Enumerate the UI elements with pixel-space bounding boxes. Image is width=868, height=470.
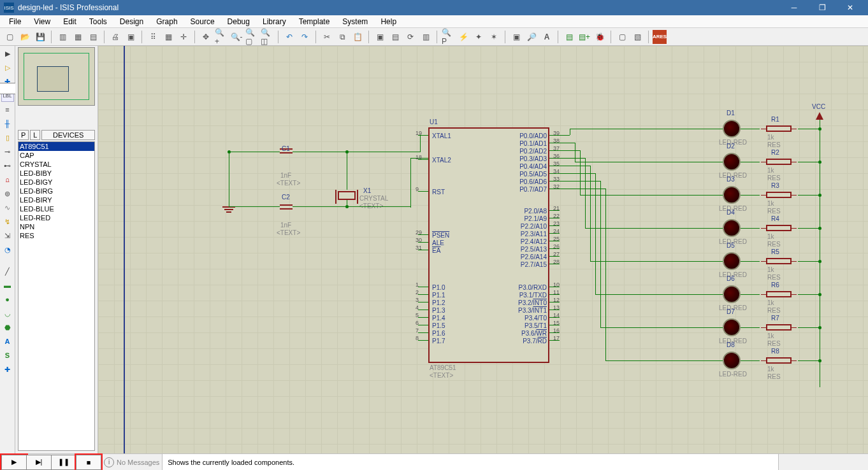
zoom-out-icon[interactable]: 🔍-: [229, 30, 243, 44]
pan-icon[interactable]: ✥: [199, 30, 213, 44]
resistor[interactable]: [766, 192, 792, 198]
resistor[interactable]: [766, 225, 792, 231]
print-icon[interactable]: 🖨: [108, 30, 122, 44]
play-button[interactable]: ▶: [1, 455, 27, 470]
wire-tool-icon[interactable]: ⚡: [456, 30, 470, 44]
device-item[interactable]: NPN: [18, 222, 94, 231]
device-item[interactable]: AT89C51: [18, 142, 94, 151]
led[interactable]: [723, 252, 741, 270]
bus-mode-icon[interactable]: ╫: [1, 117, 14, 130]
report-green-icon[interactable]: ▤: [562, 30, 576, 44]
block-delete-icon[interactable]: ▥: [419, 30, 433, 44]
led[interactable]: [723, 318, 741, 336]
led[interactable]: [723, 219, 741, 237]
grid-dots-icon[interactable]: ⠿: [146, 30, 160, 44]
device-item[interactable]: LED-BIRY: [18, 196, 94, 204]
menu-file[interactable]: File: [3, 16, 27, 27]
path-2d-icon[interactable]: ⬣: [1, 321, 14, 334]
menu-view[interactable]: View: [27, 16, 57, 27]
graph-mode-icon[interactable]: ⩍: [1, 173, 14, 186]
redo-icon[interactable]: ↷: [298, 30, 312, 44]
led[interactable]: [723, 153, 741, 171]
new-file-icon[interactable]: ▢: [3, 30, 17, 44]
led[interactable]: [723, 120, 741, 138]
undo-icon[interactable]: ↶: [282, 30, 296, 44]
ares-icon[interactable]: ARES: [653, 30, 667, 44]
device-item[interactable]: CRYSTAL: [18, 160, 94, 169]
current-probe-icon[interactable]: ⇲: [1, 229, 14, 242]
resistor[interactable]: [766, 159, 792, 165]
box-2d-icon[interactable]: ▬: [1, 279, 14, 292]
resistor[interactable]: [766, 324, 792, 331]
menu-system[interactable]: System: [336, 16, 374, 27]
symbol-2d-icon[interactable]: S: [1, 349, 14, 362]
crystal-x1[interactable]: [338, 191, 356, 200]
instrument-icon[interactable]: ◔: [1, 243, 14, 256]
zoom-fit-icon[interactable]: 🔍▢: [245, 30, 259, 44]
block-copy-icon[interactable]: ▣: [373, 30, 387, 44]
save-icon[interactable]: 💾: [33, 30, 47, 44]
report-add-icon[interactable]: ▤+: [577, 30, 591, 44]
step-button[interactable]: ▶|: [26, 455, 52, 470]
resistor[interactable]: [766, 258, 792, 264]
print-area-icon[interactable]: ▣: [124, 30, 138, 44]
stop-button[interactable]: ■: [76, 455, 101, 470]
marker-2d-icon[interactable]: ✚: [1, 363, 14, 376]
menu-design[interactable]: Design: [113, 16, 150, 27]
section-icon[interactable]: ▥: [55, 30, 69, 44]
block-rotate-icon[interactable]: ⟳: [403, 30, 417, 44]
led[interactable]: [723, 186, 741, 204]
text-2d-icon[interactable]: A: [1, 335, 14, 348]
device-item[interactable]: LED-RED: [18, 213, 94, 222]
bug-icon[interactable]: 🐞: [593, 30, 607, 44]
selection-mode-icon[interactable]: ▶: [1, 47, 14, 60]
grid-lines-icon[interactable]: ▦: [161, 30, 175, 44]
find-icon[interactable]: 🔎: [524, 30, 539, 44]
minimize-button[interactable]: ─: [780, 0, 808, 15]
pick-device-button[interactable]: P: [18, 130, 29, 140]
menu-graph[interactable]: Graph: [150, 16, 184, 27]
text-tool-icon[interactable]: A: [540, 30, 554, 44]
device-item[interactable]: LED-BIRG: [18, 187, 94, 196]
circle-2d-icon[interactable]: ●: [1, 293, 14, 306]
block-move-icon[interactable]: ▤: [388, 30, 402, 44]
arc-2d-icon[interactable]: ◡: [1, 307, 14, 320]
zoom-area-icon[interactable]: 🔍◫: [260, 30, 274, 44]
devices-list[interactable]: AT89C51CAPCRYSTALLED-BIBYLED-BIGYLED-BIR…: [18, 141, 95, 451]
vcc-symbol[interactable]: [816, 112, 823, 120]
device-item[interactable]: CAP: [18, 151, 94, 160]
device-pin-icon[interactable]: ⊷: [1, 159, 14, 172]
tape-icon[interactable]: ⊚: [1, 187, 14, 200]
close-button[interactable]: ✕: [836, 0, 864, 15]
report-icon[interactable]: ▤: [86, 30, 100, 44]
device-item[interactable]: LED-BIGY: [18, 178, 94, 187]
sheet-icon[interactable]: ▢: [615, 30, 629, 44]
menu-edit[interactable]: Edit: [57, 16, 83, 27]
tool-x-icon[interactable]: ✶: [487, 30, 501, 44]
library-button[interactable]: L: [30, 130, 40, 140]
origin-icon[interactable]: ✛: [177, 30, 191, 44]
menu-help[interactable]: Help: [374, 16, 403, 27]
script-mode-icon[interactable]: ≡: [1, 103, 14, 116]
led[interactable]: [723, 352, 741, 369]
overview-thumbnail[interactable]: [18, 47, 95, 106]
resistor[interactable]: [766, 125, 792, 132]
copy-icon[interactable]: ⧉: [335, 30, 349, 44]
line-2d-icon[interactable]: ╱: [1, 265, 14, 278]
open-file-icon[interactable]: 📂: [18, 30, 32, 44]
marker-a-icon[interactable]: ▣: [509, 30, 523, 44]
generator-icon[interactable]: ∿: [1, 201, 14, 214]
menu-template[interactable]: Template: [293, 16, 336, 27]
resistor[interactable]: [766, 291, 792, 297]
terminal-icon[interactable]: ⊸: [1, 145, 14, 158]
maximize-button[interactable]: ❐: [808, 0, 836, 15]
component-mode-icon[interactable]: ▷: [1, 61, 14, 74]
device-item[interactable]: RES: [18, 231, 94, 240]
cut-icon[interactable]: ✂: [320, 30, 334, 44]
zoom-in-icon[interactable]: 🔍+: [214, 30, 228, 44]
schematic-canvas[interactable]: C1 1nF <TEXT> C2 1nF <TEXT> X1 CRYSTAL <…: [98, 46, 868, 453]
led[interactable]: [723, 285, 741, 303]
menu-library[interactable]: Library: [256, 16, 293, 27]
sheet2-icon[interactable]: ▧: [630, 30, 644, 44]
resistor[interactable]: [766, 357, 792, 364]
